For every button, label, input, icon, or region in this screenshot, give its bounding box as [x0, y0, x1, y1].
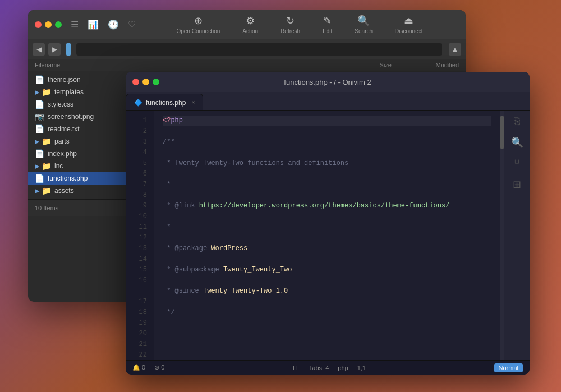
disconnect-icon: ⏏: [404, 15, 413, 27]
maximize-button[interactable]: [55, 21, 62, 28]
expand-icon: ▶: [35, 187, 39, 195]
file-icon: 📄: [35, 124, 44, 133]
traffic-lights: [35, 21, 62, 28]
grid-icon[interactable]: ⊞: [513, 178, 521, 191]
path-icon: [66, 43, 71, 56]
size-header: Size: [347, 62, 392, 68]
path-input[interactable]: [76, 43, 442, 56]
code-editor[interactable]: <?php /** * Twenty Twenty-Two functions …: [154, 111, 500, 360]
editor-maximize-button[interactable]: [153, 79, 159, 85]
ftp-titlebar: ☰ 📊 🕐 ♡ ⊕ Open Connection ⚙ Action ↻ Ref…: [28, 10, 466, 39]
editor-window: functions.php - / - Onivim 2 🔷 functions…: [126, 72, 530, 375]
php-icon: 🔷: [134, 99, 142, 107]
file-icon: 📄: [35, 174, 44, 183]
open-connection-button[interactable]: ⊕ Open Connection: [172, 12, 224, 36]
file-icon: 📄: [35, 149, 44, 158]
folder-icon: 📁: [42, 186, 51, 195]
image-icon: 📷: [35, 112, 44, 121]
search-icon[interactable]: 🔍: [511, 136, 523, 149]
edit-button[interactable]: ✎ Edit: [318, 12, 337, 36]
folder-icon: 📁: [42, 87, 51, 96]
file-icon: 📄: [35, 100, 44, 109]
forward-button[interactable]: ▶: [48, 43, 61, 56]
gear-icon: ⚙: [246, 15, 255, 27]
minimize-button[interactable]: [45, 21, 52, 28]
editor-main: 12345 678910 1112131415 16 171819 202122…: [126, 111, 530, 360]
folder-icon: 📁: [42, 137, 51, 146]
expand-icon: ▶: [35, 163, 39, 170]
editor-close-button[interactable]: [132, 79, 139, 85]
line-numbers: 12345 678910 1112131415 16 171819 202122…: [126, 111, 154, 360]
bell-status: 🔔 0: [132, 364, 145, 371]
back-button[interactable]: ◀: [33, 43, 45, 56]
editor-minimize-button[interactable]: [142, 79, 149, 85]
ftp-toolbar-icons: ☰ 📊 🕐 ♡: [71, 19, 136, 30]
editor-status-bar: 🔔 0 ⊗ 0 LF Tabs: 4 php 1,1 Normal: [126, 360, 530, 375]
refresh-icon: ↻: [286, 15, 295, 27]
editor-traffic-lights: [132, 79, 159, 85]
editor-titlebar: functions.php - / - Onivim 2: [126, 72, 530, 92]
file-icon: 📄: [35, 75, 44, 84]
pencil-icon: ✎: [323, 15, 332, 27]
mode-badge: Normal: [494, 363, 523, 372]
modified-header: Modified: [392, 62, 459, 68]
expand-icon: ▶: [35, 89, 39, 96]
refresh-button[interactable]: ↻ Refresh: [276, 12, 305, 36]
search-icon: 🔍: [357, 15, 370, 27]
editor-right-panel: ⎘ 🔍 ⑂ ⊞: [504, 111, 530, 360]
disconnect-button[interactable]: ⏏ Disconnect: [390, 12, 427, 36]
language-indicator: php: [338, 365, 348, 371]
scrollbar-thumb[interactable]: [500, 116, 504, 149]
tab-bar: 🔷 functions.php ×: [126, 92, 530, 111]
heart-icon: ♡: [128, 19, 136, 30]
error-status: ⊗ 0: [154, 364, 164, 371]
expand-icon: ▶: [35, 138, 39, 145]
scrollbar[interactable]: [500, 111, 504, 360]
filename-header: Filename: [35, 62, 347, 68]
editor-title: functions.php - / - Onivim 2: [284, 78, 371, 86]
clock-icon: 🕐: [108, 19, 119, 30]
item-count: 10 Items: [35, 205, 58, 211]
tabs-indicator: Tabs: 4: [309, 365, 329, 371]
close-button[interactable]: [35, 21, 42, 28]
ftp-nav-bar: ◀ ▶ ▲: [28, 39, 466, 59]
list-icon: ☰: [71, 19, 79, 30]
chart-icon: 📊: [88, 19, 99, 30]
folder-icon: 📁: [42, 162, 51, 170]
connect-icon: ⊕: [194, 15, 203, 27]
go-button[interactable]: ▲: [449, 43, 461, 56]
tab-functions-php[interactable]: 🔷 functions.php ×: [126, 94, 203, 110]
git-icon[interactable]: ⑂: [514, 158, 520, 169]
tab-label: functions.php: [146, 99, 186, 107]
column-headers: Filename Size Modified: [28, 59, 466, 71]
copy-icon[interactable]: ⎘: [514, 116, 520, 127]
search-button[interactable]: 🔍 Search: [350, 12, 377, 36]
action-button[interactable]: ⚙ Action: [238, 12, 263, 36]
lf-indicator: LF: [293, 365, 300, 371]
position-indicator: 1,1: [357, 365, 366, 371]
tab-close-button[interactable]: ×: [191, 99, 195, 105]
